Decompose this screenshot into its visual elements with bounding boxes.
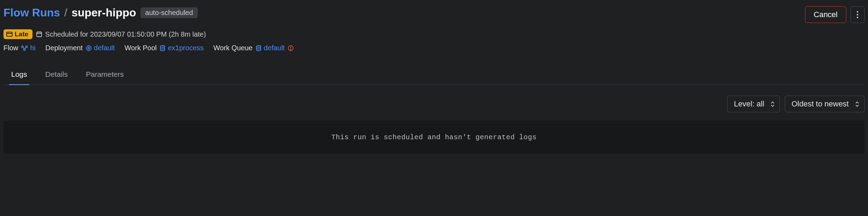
meta-workqueue-label: Work Queue <box>214 44 253 52</box>
chevron-updown-icon <box>855 102 859 107</box>
more-menu-button[interactable] <box>851 6 865 23</box>
svg-point-1 <box>857 14 858 15</box>
flow-icon <box>21 45 28 51</box>
svg-point-13 <box>88 47 89 49</box>
status-badge: Late <box>3 29 32 39</box>
chevron-updown-icon <box>771 102 775 107</box>
svg-point-0 <box>857 11 858 13</box>
meta-row: Flow hi Deployment default Work Pool <box>3 44 865 52</box>
meta-workpool-link[interactable]: ex1process <box>159 44 203 52</box>
meta-flow-label: Flow <box>3 44 18 52</box>
database-icon <box>255 45 262 51</box>
sort-select[interactable]: Oldest to newest <box>785 96 865 112</box>
meta-deployment-link[interactable]: default <box>86 44 115 52</box>
meta-workqueue-link-text: default <box>264 44 285 52</box>
meta-deployment: Deployment default <box>45 44 115 52</box>
status-row: Late Scheduled for 2023/09/07 01:50:00 P… <box>3 29 865 39</box>
svg-rect-5 <box>37 32 42 37</box>
scheduled-text: Scheduled for 2023/09/07 01:50:00 PM (2h… <box>45 30 206 38</box>
svg-point-14 <box>160 45 165 47</box>
scheduled-info: Scheduled for 2023/09/07 01:50:00 PM (2h… <box>36 30 206 38</box>
tab-logs[interactable]: Logs <box>9 66 29 85</box>
meta-workpool-label: Work Pool <box>125 44 157 52</box>
meta-flow-link[interactable]: hi <box>21 44 36 52</box>
tab-parameters[interactable]: Parameters <box>84 66 126 85</box>
card-icon <box>6 32 13 37</box>
svg-point-15 <box>256 45 261 47</box>
meta-deployment-link-text: default <box>94 44 115 52</box>
log-controls: Level: all Oldest to newest <box>3 96 865 112</box>
tag-badge: auto-scheduled <box>140 7 198 18</box>
status-badge-label: Late <box>15 30 28 38</box>
header-actions: Cancel <box>805 6 865 23</box>
svg-rect-3 <box>7 32 12 36</box>
sort-select-label: Oldest to newest <box>791 99 849 109</box>
cancel-button[interactable]: Cancel <box>805 6 846 23</box>
meta-workqueue-link[interactable]: default <box>255 44 285 52</box>
tab-details[interactable]: Details <box>43 66 70 85</box>
logs-panel: This run is scheduled and hasn't generat… <box>3 121 865 154</box>
more-vertical-icon <box>856 11 859 18</box>
page-title: super-hippo <box>72 6 136 19</box>
calendar-icon <box>36 31 42 37</box>
svg-point-12 <box>86 46 91 51</box>
meta-workpool-link-text: ex1process <box>168 44 203 52</box>
meta-workpool: Work Pool ex1process <box>125 44 204 52</box>
svg-point-18 <box>290 49 291 50</box>
breadcrumb: Flow Runs / super-hippo auto-scheduled <box>3 6 198 19</box>
database-icon <box>159 45 166 51</box>
svg-point-2 <box>857 17 858 18</box>
warning-icon <box>288 45 294 51</box>
meta-deployment-label: Deployment <box>45 44 83 52</box>
meta-flow-link-text: hi <box>30 44 36 52</box>
level-select[interactable]: Level: all <box>727 96 780 112</box>
page-header: Flow Runs / super-hippo auto-scheduled C… <box>3 3 865 26</box>
location-icon <box>86 45 92 51</box>
breadcrumb-separator: / <box>64 6 67 19</box>
breadcrumb-root-link[interactable]: Flow Runs <box>3 6 60 19</box>
level-select-label: Level: all <box>734 99 764 109</box>
meta-flow: Flow hi <box>3 44 36 52</box>
logs-empty-message: This run is scheduled and hasn't generat… <box>16 133 852 141</box>
meta-workqueue: Work Queue default <box>214 44 294 52</box>
tabs: Logs Details Parameters <box>3 66 865 85</box>
